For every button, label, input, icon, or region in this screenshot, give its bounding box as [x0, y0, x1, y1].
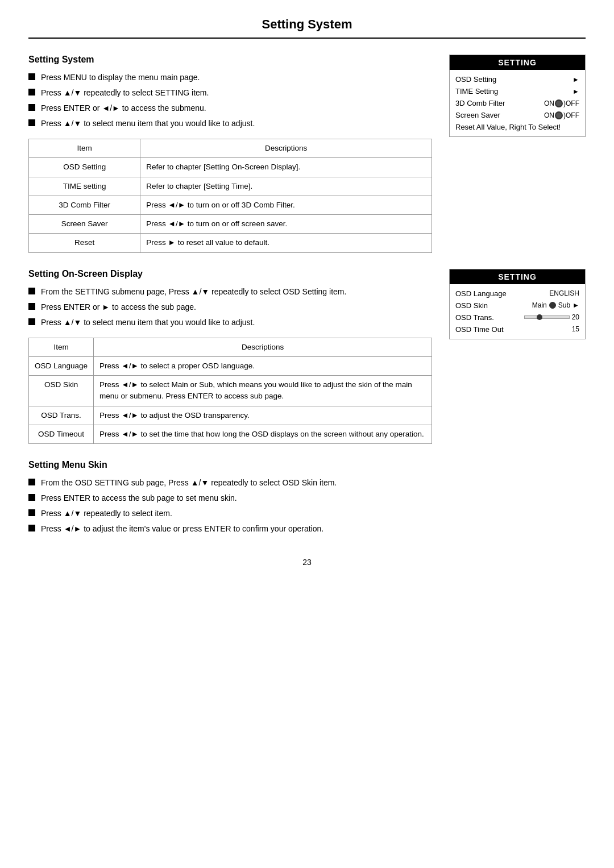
circle-filled-icon — [549, 302, 556, 309]
list-item: Press ▲/▼ repeatedly to select item. — [28, 508, 586, 520]
toggle-on-icon — [555, 99, 563, 107]
table-col-desc: Descriptions — [140, 139, 432, 158]
list-item: Press ▲/▼ repeatedly to select SETTING i… — [28, 87, 432, 99]
table-cell-desc: Press ◄/► to turn on or off screen saver… — [140, 215, 432, 234]
table-row: 3D Comb FilterPress ◄/► to turn on or of… — [29, 196, 432, 214]
panel-row-screen-saver: Screen Saver ON )OFF — [455, 109, 579, 121]
table-col-item: Item — [29, 139, 140, 158]
section2-panel: SETTING OSD Language ENGLISH OSD Skin Ma… — [449, 269, 586, 339]
page-number: 23 — [28, 558, 586, 567]
table-cell-item: OSD Skin — [29, 376, 94, 406]
bullet-icon — [28, 119, 35, 126]
bullet-icon — [28, 525, 35, 531]
section1-left: Setting System Press MENU to display the… — [28, 55, 432, 253]
panel-row-time-setting: TIME Setting ► — [455, 85, 579, 97]
table-cell-desc: Press ► to reset all value to default. — [140, 234, 432, 252]
table-row: OSD TimeoutPress ◄/► to set the time tha… — [29, 425, 432, 443]
panel-row-osd-skin: OSD Skin Main Sub ► — [455, 300, 579, 312]
slider-thumb — [537, 314, 542, 320]
list-item: From the SETTING submenu page, Press ▲/▼… — [28, 286, 432, 298]
section2-left: Setting On-Screen Display From the SETTI… — [28, 269, 432, 445]
section2: Setting On-Screen Display From the SETTI… — [28, 269, 586, 445]
table-row: OSD LanguagePress ◄/► to select a proper… — [29, 356, 432, 375]
panel-row-osd-trans: OSD Trans. 20 — [455, 312, 579, 323]
section2-table: Item Descriptions OSD LanguagePress ◄/► … — [28, 338, 432, 445]
list-item: Press ENTER or ► to access the sub page. — [28, 301, 432, 313]
list-item: Press ▲/▼ to select menu item that you w… — [28, 118, 432, 130]
panel-row-osd-timeout: OSD Time Out 15 — [455, 323, 579, 335]
setting-panel-body-1: OSD Setting ► TIME Setting ► 3D Comb Fil… — [450, 70, 585, 136]
table-cell-item: OSD Setting — [29, 158, 140, 177]
slider-track — [524, 315, 570, 319]
table-cell-item: TIME setting — [29, 177, 140, 196]
table-cell-item: 3D Comb Filter — [29, 196, 140, 214]
list-item: Press ENTER to access the sub page to se… — [28, 492, 586, 504]
section1: Setting System Press MENU to display the… — [28, 55, 586, 253]
table-cell-desc: Press ◄/► to adjust the OSD transparency… — [94, 406, 432, 425]
table-cell-item: OSD Trans. — [29, 406, 94, 425]
table-col-item: Item — [29, 338, 94, 356]
section1-table: Item Descriptions OSD SettingRefer to ch… — [28, 139, 432, 253]
table-row: OSD Trans.Press ◄/► to adjust the OSD tr… — [29, 406, 432, 425]
panel-row-osd-setting: OSD Setting ► — [455, 73, 579, 85]
panel-row-3d-comb: 3D Comb Filter ON )OFF — [455, 97, 579, 109]
table-col-desc: Descriptions — [94, 338, 432, 356]
bullet-icon — [28, 89, 35, 95]
list-item: Press ENTER or ◄/► to access the submenu… — [28, 102, 432, 114]
table-cell-item: OSD Timeout — [29, 425, 94, 443]
table-cell-desc: Press ◄/► to select Main or Sub, which m… — [94, 376, 432, 406]
section3: Setting Menu Skin From the OSD SETTING s… — [28, 460, 586, 535]
table-cell-desc: Refer to chapter [Setting Time]. — [140, 177, 432, 196]
list-item: Press ▲/▼ to select menu item that you w… — [28, 317, 432, 329]
table-cell-desc: Press ◄/► to select a proper OSD languag… — [94, 356, 432, 375]
table-row: OSD SettingRefer to chapter [Setting On-… — [29, 158, 432, 177]
section1-bullets: Press MENU to display the menu main page… — [28, 72, 432, 130]
setting-panel-body-2: OSD Language ENGLISH OSD Skin Main Sub ►… — [450, 284, 585, 339]
table-cell-item: OSD Language — [29, 356, 94, 375]
panel-row-reset: Reset All Value, Right To Select! — [455, 121, 579, 133]
setting-panel-2: SETTING OSD Language ENGLISH OSD Skin Ma… — [449, 269, 586, 339]
bullet-icon — [28, 288, 35, 294]
setting-panel-1: SETTING OSD Setting ► TIME Setting ► 3D … — [449, 55, 586, 137]
table-row: Screen SaverPress ◄/► to turn on or off … — [29, 215, 432, 234]
bullet-icon — [28, 494, 35, 501]
table-cell-desc: Press ◄/► to set the time that how long … — [94, 425, 432, 443]
bullet-icon — [28, 509, 35, 516]
section3-title: Setting Menu Skin — [28, 460, 586, 470]
table-row: TIME settingRefer to chapter [Setting Ti… — [29, 177, 432, 196]
setting-panel-header-2: SETTING — [450, 269, 585, 284]
bullet-icon — [28, 73, 35, 80]
table-cell-desc: Refer to chapter [Setting On-Screen Disp… — [140, 158, 432, 177]
bullet-icon — [28, 479, 35, 485]
list-item: From the OSD SETTING sub page, Press ▲/▼… — [28, 477, 586, 489]
setting-panel-header-1: SETTING — [450, 55, 585, 70]
bullet-icon — [28, 104, 35, 111]
section1-panel: SETTING OSD Setting ► TIME Setting ► 3D … — [449, 55, 586, 137]
section2-title: Setting On-Screen Display — [28, 269, 432, 279]
table-row: ResetPress ► to reset all value to defau… — [29, 234, 432, 252]
section1-title: Setting System — [28, 55, 432, 65]
bullet-icon — [28, 303, 35, 310]
bullet-icon — [28, 318, 35, 325]
toggle-on-icon — [555, 111, 563, 119]
section3-bullets: From the OSD SETTING sub page, Press ▲/▼… — [28, 477, 586, 535]
panel-row-osd-language: OSD Language ENGLISH — [455, 288, 579, 300]
table-cell-item: Reset — [29, 234, 140, 252]
page-title: Setting System — [28, 17, 586, 39]
table-row: OSD SkinPress ◄/► to select Main or Sub,… — [29, 376, 432, 406]
list-item: Press ◄/► to adjust the item's value or … — [28, 523, 586, 535]
section2-bullets: From the SETTING submenu page, Press ▲/▼… — [28, 286, 432, 329]
list-item: Press MENU to display the menu main page… — [28, 72, 432, 84]
table-cell-desc: Press ◄/► to turn on or off 3D Comb Filt… — [140, 196, 432, 214]
table-cell-item: Screen Saver — [29, 215, 140, 234]
